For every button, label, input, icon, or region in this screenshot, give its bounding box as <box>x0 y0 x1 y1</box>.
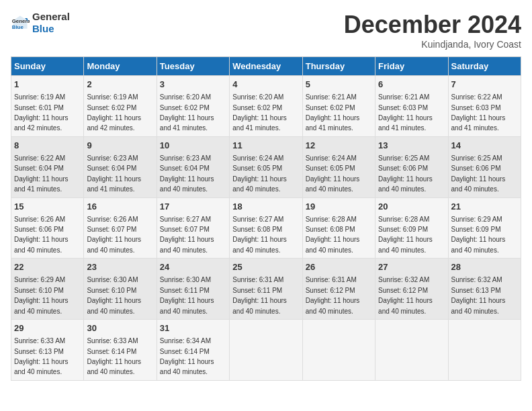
calendar-day-cell: 25Sunrise: 6:31 AMSunset: 6:11 PMDayligh… <box>230 259 302 320</box>
day-number: 29 <box>14 322 81 334</box>
calendar-day-cell: 12Sunrise: 6:24 AMSunset: 6:05 PMDayligh… <box>302 136 375 197</box>
day-info: Sunrise: 6:32 AMSunset: 6:13 PMDaylight:… <box>451 276 506 314</box>
day-number: 15 <box>14 201 81 213</box>
day-of-week-header: Thursday <box>302 57 375 76</box>
calendar-day-cell: 19Sunrise: 6:28 AMSunset: 6:08 PMDayligh… <box>302 197 375 259</box>
day-info: Sunrise: 6:27 AMSunset: 6:07 PMDaylight:… <box>160 216 214 254</box>
day-info: Sunrise: 6:33 AMSunset: 6:13 PMDaylight:… <box>14 337 69 375</box>
calendar-day-cell: 13Sunrise: 6:25 AMSunset: 6:06 PMDayligh… <box>375 136 448 197</box>
day-number: 10 <box>160 140 226 152</box>
day-of-week-header: Friday <box>375 57 448 76</box>
calendar-day-cell: 14Sunrise: 6:25 AMSunset: 6:06 PMDayligh… <box>448 136 521 197</box>
day-number: 28 <box>451 261 518 273</box>
calendar-day-cell: 26Sunrise: 6:31 AMSunset: 6:12 PMDayligh… <box>302 259 375 320</box>
calendar-header-row: SundayMondayTuesdayWednesdayThursdayFrid… <box>11 57 521 76</box>
calendar-day-cell <box>448 320 521 381</box>
calendar-day-cell: 4Sunrise: 6:20 AMSunset: 6:02 PMDaylight… <box>230 76 302 137</box>
day-info: Sunrise: 6:25 AMSunset: 6:06 PMDaylight:… <box>378 154 433 193</box>
day-info: Sunrise: 6:22 AMSunset: 6:03 PMDaylight:… <box>451 93 506 132</box>
calendar-day-cell: 23Sunrise: 6:30 AMSunset: 6:10 PMDayligh… <box>84 259 157 320</box>
day-number: 11 <box>232 140 299 152</box>
logo: General Blue General Blue <box>11 11 70 35</box>
day-number: 20 <box>378 201 445 213</box>
day-info: Sunrise: 6:32 AMSunset: 6:12 PMDaylight:… <box>378 276 433 314</box>
calendar-day-cell: 16Sunrise: 6:26 AMSunset: 6:07 PMDayligh… <box>84 197 157 259</box>
calendar-day-cell: 1Sunrise: 6:19 AMSunset: 6:01 PMDaylight… <box>11 76 84 137</box>
day-info: Sunrise: 6:26 AMSunset: 6:06 PMDaylight:… <box>14 216 69 254</box>
calendar-day-cell: 2Sunrise: 6:19 AMSunset: 6:02 PMDaylight… <box>84 76 157 137</box>
day-number: 27 <box>378 261 445 273</box>
calendar-day-cell: 22Sunrise: 6:29 AMSunset: 6:10 PMDayligh… <box>11 259 84 320</box>
day-info: Sunrise: 6:25 AMSunset: 6:06 PMDaylight:… <box>451 154 506 193</box>
day-of-week-header: Sunday <box>11 57 84 76</box>
day-number: 3 <box>160 79 226 91</box>
calendar-day-cell: 29Sunrise: 6:33 AMSunset: 6:13 PMDayligh… <box>11 320 84 381</box>
calendar-day-cell: 24Sunrise: 6:30 AMSunset: 6:11 PMDayligh… <box>157 259 229 320</box>
day-info: Sunrise: 6:21 AMSunset: 6:02 PMDaylight:… <box>306 93 360 132</box>
calendar-day-cell <box>230 320 302 381</box>
day-info: Sunrise: 6:23 AMSunset: 6:04 PMDaylight:… <box>87 154 141 193</box>
calendar-week-row: 1Sunrise: 6:19 AMSunset: 6:01 PMDaylight… <box>11 76 521 137</box>
logo-general: General <box>32 11 70 22</box>
day-of-week-header: Tuesday <box>157 57 229 76</box>
day-number: 1 <box>14 79 81 91</box>
calendar-week-row: 8Sunrise: 6:22 AMSunset: 6:04 PMDaylight… <box>11 136 521 197</box>
calendar-week-row: 29Sunrise: 6:33 AMSunset: 6:13 PMDayligh… <box>11 320 521 381</box>
location: Kuindjanda, Ivory Coast <box>344 39 521 50</box>
calendar-day-cell: 20Sunrise: 6:28 AMSunset: 6:09 PMDayligh… <box>375 197 448 259</box>
day-info: Sunrise: 6:19 AMSunset: 6:01 PMDaylight:… <box>14 93 69 132</box>
day-info: Sunrise: 6:19 AMSunset: 6:02 PMDaylight:… <box>87 93 141 132</box>
day-of-week-header: Saturday <box>448 57 521 76</box>
day-info: Sunrise: 6:24 AMSunset: 6:05 PMDaylight:… <box>306 154 360 193</box>
day-of-week-header: Wednesday <box>230 57 302 76</box>
day-number: 7 <box>451 79 518 91</box>
calendar-day-cell: 28Sunrise: 6:32 AMSunset: 6:13 PMDayligh… <box>448 259 521 320</box>
day-number: 21 <box>451 201 518 213</box>
day-info: Sunrise: 6:30 AMSunset: 6:11 PMDaylight:… <box>160 276 214 314</box>
day-number: 22 <box>14 261 81 273</box>
logo-icon: General Blue <box>11 13 30 32</box>
day-info: Sunrise: 6:24 AMSunset: 6:05 PMDaylight:… <box>232 154 287 193</box>
day-info: Sunrise: 6:29 AMSunset: 6:09 PMDaylight:… <box>451 216 506 254</box>
day-info: Sunrise: 6:31 AMSunset: 6:12 PMDaylight:… <box>306 276 360 314</box>
day-number: 9 <box>87 140 153 152</box>
calendar-day-cell: 18Sunrise: 6:27 AMSunset: 6:08 PMDayligh… <box>230 197 302 259</box>
day-info: Sunrise: 6:26 AMSunset: 6:07 PMDaylight:… <box>87 216 141 254</box>
calendar-day-cell: 31Sunrise: 6:34 AMSunset: 6:14 PMDayligh… <box>157 320 229 381</box>
calendar-day-cell: 10Sunrise: 6:23 AMSunset: 6:04 PMDayligh… <box>157 136 229 197</box>
day-number: 30 <box>87 322 153 334</box>
day-info: Sunrise: 6:22 AMSunset: 6:04 PMDaylight:… <box>14 154 69 193</box>
calendar-day-cell: 21Sunrise: 6:29 AMSunset: 6:09 PMDayligh… <box>448 197 521 259</box>
day-info: Sunrise: 6:27 AMSunset: 6:08 PMDaylight:… <box>232 216 287 254</box>
day-info: Sunrise: 6:31 AMSunset: 6:11 PMDaylight:… <box>232 276 287 314</box>
calendar-day-cell: 3Sunrise: 6:20 AMSunset: 6:02 PMDaylight… <box>157 76 229 137</box>
page-header: General Blue General Blue December 2024 … <box>11 11 521 50</box>
day-info: Sunrise: 6:21 AMSunset: 6:03 PMDaylight:… <box>378 93 433 132</box>
day-number: 17 <box>160 201 226 213</box>
day-number: 13 <box>378 140 445 152</box>
calendar-body: 1Sunrise: 6:19 AMSunset: 6:01 PMDaylight… <box>11 76 521 381</box>
calendar-day-cell: 15Sunrise: 6:26 AMSunset: 6:06 PMDayligh… <box>11 197 84 259</box>
day-number: 4 <box>232 79 299 91</box>
day-number: 23 <box>87 261 153 273</box>
svg-text:Blue: Blue <box>12 24 24 30</box>
day-info: Sunrise: 6:29 AMSunset: 6:10 PMDaylight:… <box>14 276 69 314</box>
month-title: December 2024 <box>344 11 521 39</box>
day-number: 14 <box>451 140 518 152</box>
calendar-day-cell: 7Sunrise: 6:22 AMSunset: 6:03 PMDaylight… <box>448 76 521 137</box>
day-info: Sunrise: 6:28 AMSunset: 6:08 PMDaylight:… <box>306 216 360 254</box>
calendar-day-cell: 30Sunrise: 6:33 AMSunset: 6:14 PMDayligh… <box>84 320 157 381</box>
day-info: Sunrise: 6:20 AMSunset: 6:02 PMDaylight:… <box>160 93 214 132</box>
calendar-day-cell: 8Sunrise: 6:22 AMSunset: 6:04 PMDaylight… <box>11 136 84 197</box>
day-number: 31 <box>160 322 226 334</box>
calendar-day-cell: 6Sunrise: 6:21 AMSunset: 6:03 PMDaylight… <box>375 76 448 137</box>
day-info: Sunrise: 6:34 AMSunset: 6:14 PMDaylight:… <box>160 337 214 375</box>
calendar-day-cell: 5Sunrise: 6:21 AMSunset: 6:02 PMDaylight… <box>302 76 375 137</box>
logo-blue: Blue <box>32 23 70 35</box>
day-info: Sunrise: 6:30 AMSunset: 6:10 PMDaylight:… <box>87 276 141 314</box>
calendar-week-row: 15Sunrise: 6:26 AMSunset: 6:06 PMDayligh… <box>11 197 521 259</box>
day-number: 16 <box>87 201 153 213</box>
day-number: 5 <box>306 79 372 91</box>
day-number: 19 <box>306 201 372 213</box>
day-number: 12 <box>306 140 372 152</box>
